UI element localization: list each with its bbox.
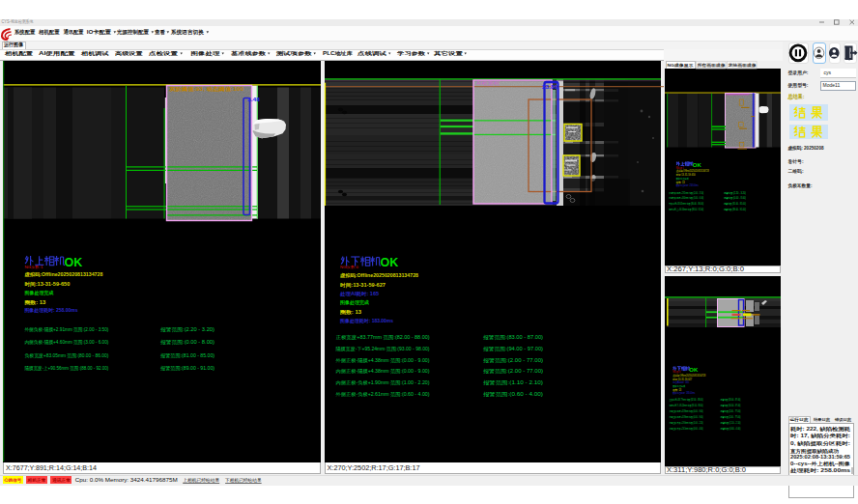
svg-text:OK: OK — [693, 162, 702, 168]
svg-text:X:311;Y:980;R:0;G:0;B:0: X:311;Y:980;R:0;G:0;B:0 — [667, 466, 746, 473]
svg-text:3.48: 3.48 — [247, 97, 260, 102]
svg-text:高级设置: 高级设置 — [115, 50, 143, 57]
svg-text:处理AI耗时: 165: 处理AI耗时: 165 — [339, 291, 379, 297]
svg-text:虚拟码:Offline2025020813134728: 虚拟码:Offline2025020813134728 — [339, 272, 418, 279]
svg-text:报警范围:(83.00 - 87.00): 报警范围:(83.00 - 87.00) — [483, 334, 543, 341]
svg-text:隔膜宽度-上+90.56mm 范围:(88.00 - 92.: 隔膜宽度-上+90.56mm 范围:(88.00 - 92.00) — [669, 208, 703, 211]
svg-text:相机调试: 相机调试 — [80, 50, 109, 57]
svg-text:隔膜宽度-下+95.24mm 范围:(93.00 - 98.: 隔膜宽度-下+95.24mm 范围:(93.00 - 98.00) — [336, 346, 430, 352]
svg-text:总结果:: 总结果: — [787, 93, 805, 100]
svg-text:其它设置: 其它设置 — [433, 50, 464, 56]
svg-text:相机配置: 相机配置 — [38, 28, 60, 36]
svg-text:内侧负极-隔膜+4.60mm 范围:(3.00 - 6.00: 内侧负极-隔膜+4.60mm 范围:(3.00 - 6.00) — [669, 196, 703, 200]
svg-text:AI检测框: AI检测框 — [476, 80, 500, 87]
svg-text:0--cys--外上相机--图像: 0--cys--外上相机--图像 — [790, 461, 850, 467]
svg-text:结果日志: 结果日志 — [813, 417, 831, 423]
svg-text:报警范围:(81.00 - 85.00): 报警范围:(81.00 - 85.00) — [160, 352, 214, 359]
svg-text:正极宽度+83.77mm 范围:(82.00 - 88.00: 正极宽度+83.77mm 范围:(82.00 - 88.00) — [336, 334, 430, 341]
svg-text:X:270;Y:2502;R:17;G:17;B:17: X:270;Y:2502;R:17;G:17;B:17 — [328, 464, 420, 471]
svg-text:报警范围:(1.10 - 2.10): 报警范围:(1.10 - 2.10) — [721, 421, 741, 425]
svg-text:内侧正极-负极+1.90mm 范围:(1.00 - 2.20: 内侧正极-负极+1.90mm 范围:(1.00 - 2.20) — [670, 421, 703, 425]
svg-text:OK: OK — [689, 367, 699, 373]
svg-text:下相机已经给结果: 下相机已经给结果 — [225, 477, 262, 484]
svg-text:报警范围:(2.00 - 77.00): 报警范围:(2.00 - 77.00) — [483, 368, 543, 375]
svg-text:虚拟码:Offline2025020813134728: 虚拟码:Offline2025020813134728 — [23, 271, 102, 278]
svg-text:报警范围:(1.10 - 2.10): 报警范围:(1.10 - 2.10) — [483, 379, 543, 386]
svg-text:内侧正极-隔膜+4.38mm 范围:(0.00 - 9.00: 内侧正极-隔膜+4.38mm 范围:(0.00 - 9.00) — [336, 368, 430, 375]
svg-text:系统配置: 系统配置 — [14, 28, 36, 36]
svg-text:Mode11: Mode11 — [823, 82, 841, 88]
svg-text:运行图像: 运行图像 — [4, 42, 23, 48]
svg-text:龙抽画面成像: 龙抽画面成像 — [729, 63, 758, 68]
svg-text:X:7677;Y:891;R:14;G:14;B:14: X:7677;Y:891;R:14;G:14;B:14 — [6, 464, 97, 471]
svg-text:cys: cys — [824, 70, 832, 75]
svg-text:报警范围:(0.00 - 8.00): 报警范围:(0.00 - 8.00) — [160, 339, 214, 346]
svg-text:点线调试: 点线调试 — [358, 50, 386, 57]
svg-text:相机正常: 相机正常 — [26, 477, 45, 483]
svg-text:23.80: 23.80 — [542, 84, 558, 90]
svg-text:报警范围:(0.60 - 4.00): 报警范围:(0.60 - 4.00) — [483, 391, 543, 398]
svg-text:外侧正极-负极+2.61mm 范围:(0.60 - 4.00: 外侧正极-负极+2.61mm 范围:(0.60 - 4.00) — [670, 427, 703, 431]
svg-text:学习参数: 学习参数 — [397, 50, 426, 57]
svg-text:NG次数:1: NG次数:1 — [24, 265, 43, 269]
svg-text:光源控制配置: 光源控制配置 — [116, 28, 150, 36]
svg-text:报警范围:(89.00 - 91.00): 报警范围:(89.00 - 91.00) — [724, 208, 746, 211]
svg-text:查看: 查看 — [154, 29, 165, 36]
svg-text:使用型号:: 使用型号: — [786, 82, 808, 89]
svg-text:报警范围:(94.00 - 97.00): 报警范围:(94.00 - 97.00) — [483, 346, 543, 352]
svg-text:2025:02:08-13:31:59:65: 2025:02:08-13:31:59:65 — [790, 454, 850, 460]
svg-text:相机配置: 相机配置 — [4, 50, 33, 57]
svg-text:通讯配置: 通讯配置 — [63, 28, 84, 36]
svg-text:报警范围:(2.00 - 77.00): 报警范围:(2.00 - 77.00) — [721, 409, 741, 413]
svg-text:NG次数:0: NG次数:0 — [340, 265, 359, 269]
svg-text:图像处理完成: 图像处理完成 — [24, 290, 53, 296]
svg-text:时: 17, 缺陷分类耗时:: 时: 17, 缺陷分类耗时: — [790, 433, 850, 439]
svg-text:报警范围:(0.00 - 8.00): 报警范围:(0.00 - 8.00) — [724, 196, 746, 200]
svg-text:正极宽度+83.77mm 范围:(82.00 - 88.00: 正极宽度+83.77mm 范围:(82.00 - 88.00) — [670, 398, 703, 402]
svg-text:基准线参数: 基准线参数 — [230, 50, 268, 56]
svg-text:二维码:: 二维码: — [787, 168, 804, 175]
svg-text:0, 缺陷提取分区耗时:: 0, 缺陷提取分区耗时: — [790, 440, 850, 447]
svg-text:负极宽度+83.05mm 范围:(80.00 - 86.00: 负极宽度+83.05mm 范围:(80.00 - 86.00) — [669, 202, 703, 206]
svg-text:时间:13-31-59-627: 时间:13-31-59-627 — [340, 282, 386, 289]
svg-text:报警范围:(81.00 - 85.00): 报警范围:(81.00 - 85.00) — [724, 202, 746, 206]
svg-text:登录用户:: 登录用户: — [786, 70, 808, 76]
svg-text:CYS-视觉检测系统: CYS-视觉检测系统 — [2, 18, 34, 25]
svg-text:报警范围:(2.20 - 3.20): 报警范围:(2.20 - 3.20) — [160, 326, 214, 333]
svg-text:虚拟码: 20250208: 虚拟码: 20250208 — [787, 145, 824, 152]
svg-text:时间:13-31-59-650: 时间:13-31-59-650 — [676, 173, 696, 177]
svg-text:外侧正极-负极+2.61mm 范围:(0.60 - 4.00: 外侧正极-负极+2.61mm 范围:(0.60 - 4.00) — [336, 391, 430, 398]
svg-text:图像处理耗时: 183.00ms: 图像处理耗时: 183.00ms — [340, 318, 393, 324]
svg-text:测试项参数: 测试项参数 — [275, 50, 313, 57]
svg-text:隔膜宽度-下+95.24mm 范围:(93.00 - 98.: 隔膜宽度-下+95.24mm 范围:(93.00 - 98.00) — [670, 404, 703, 407]
svg-text:点检设置: 点检设置 — [149, 50, 178, 56]
svg-text:图像处理耗时: 258.00ms: 图像处理耗时: 258.00ms — [676, 183, 699, 187]
svg-text:报警范围:(0.60 - 4.00): 报警范围:(0.60 - 4.00) — [721, 427, 741, 431]
svg-text:内侧负极-隔膜+4.60mm 范围:(3.00 - 6.00: 内侧负极-隔膜+4.60mm 范围:(3.00 - 6.00) — [24, 339, 108, 346]
svg-text:上相机已经给结果: 上相机已经给结果 — [183, 477, 219, 484]
svg-text:心跳信号: 心跳信号 — [3, 477, 22, 484]
svg-text:运行日志: 运行日志 — [788, 417, 809, 423]
svg-text:AI使用配置: AI使用配置 — [39, 50, 75, 57]
svg-text:IO卡配置: IO卡配置 — [87, 28, 112, 36]
svg-text:处理耗时: 258.00ms: 处理耗时: 258.00ms — [789, 467, 851, 474]
svg-text:外侧正极-隔膜+4.38mm 范围:(0.00 - 9.00: 外侧正极-隔膜+4.38mm 范围:(0.00 - 9.00) — [336, 357, 430, 364]
svg-text:错误日志: 错误日志 — [834, 417, 852, 423]
svg-text:报警范围:(94.00 - 97.00): 报警范围:(94.00 - 97.00) — [721, 404, 741, 407]
svg-text:负极宽度+83.05mm 范围:(80.00 - 86.00: 负极宽度+83.05mm 范围:(80.00 - 86.00) — [24, 352, 108, 359]
svg-text:NG成像显示: NG成像显示 — [668, 63, 695, 69]
svg-text:通讯正常: 通讯正常 — [52, 477, 71, 483]
svg-text:报警范围:(83.00 - 87.00): 报警范围:(83.00 - 87.00) — [721, 398, 741, 402]
svg-text:圈数: 13: 圈数: 13 — [340, 309, 361, 316]
svg-text:图像处理耗时: 258.00ms: 图像处理耗时: 258.00ms — [24, 307, 77, 314]
svg-text:外侧负极-隔膜+2.91mm 范围:(2.00 - 3.50: 外侧负极-隔膜+2.91mm 范围:(2.00 - 3.50) — [24, 326, 108, 333]
svg-text:灰阶阈值:93, 动态阈值:100: 灰阶阈值:93, 动态阈值:100 — [168, 86, 243, 93]
svg-text:图像处理: 图像处理 — [191, 50, 220, 57]
svg-text:内侧正极-负极+1.90mm 范围:(1.00 - 2.20: 内侧正极-负极+1.90mm 范围:(1.00 - 2.20) — [336, 379, 430, 386]
svg-text:OK: OK — [65, 256, 83, 269]
svg-text:报警范围:(2.00 - 77.00): 报警范围:(2.00 - 77.00) — [483, 357, 543, 364]
svg-text:Cpu: 0.0% Memory: 3424.4179687: Cpu: 0.0% Memory: 3424.41796875M — [75, 478, 178, 483]
svg-text:卷针号:: 卷针号: — [787, 158, 804, 165]
svg-text:系统语言切换: 系统语言切换 — [170, 29, 204, 36]
svg-text:图像处理完成: 图像处理完成 — [340, 299, 369, 306]
